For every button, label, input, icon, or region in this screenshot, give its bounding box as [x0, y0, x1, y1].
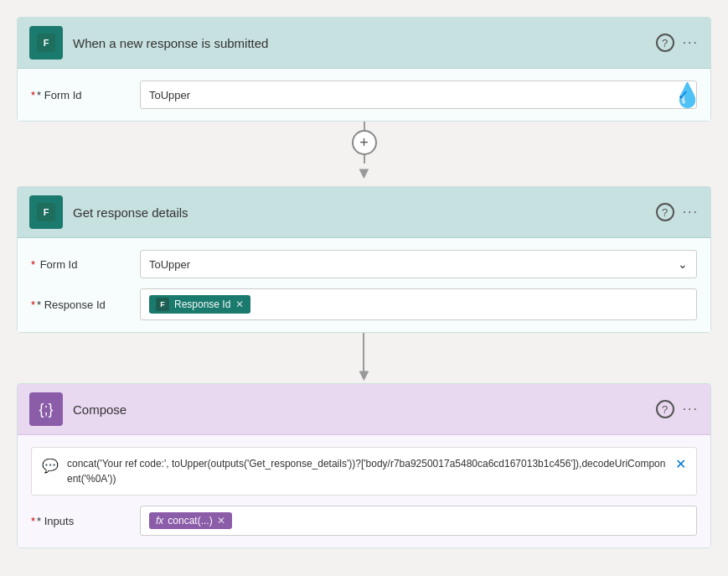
trigger-card-body: ** Form Id ToUpper 💧 ✓ [18, 69, 710, 121]
compose-inputs-field: fx concat(...) ✕ [140, 506, 697, 536]
compose-card-actions: ? ··· [656, 400, 699, 418]
action-card: F Get response details ? ··· * Form Id T… [17, 186, 711, 333]
action-response-id-label: ** Response Id [31, 298, 140, 311]
trigger-icon-inner: F [37, 34, 55, 52]
expression-close-btn[interactable]: ✕ [675, 456, 686, 472]
trigger-card-icon: F [29, 26, 63, 60]
trigger-more-btn[interactable]: ··· [683, 35, 699, 50]
trigger-form-id-box[interactable]: ToUpper [140, 80, 697, 109]
action-card-body: * Form Id ToUpper ⌄ ** Response Id F [18, 238, 710, 332]
connector-plus-1: + [364, 122, 365, 163]
action-help-btn[interactable]: ? [656, 203, 674, 221]
action-form-id-input: ToUpper ⌄ [140, 250, 697, 278]
func-tag: fx concat(...) ✕ [149, 512, 232, 529]
action-form-id-label: * Form Id [31, 258, 140, 271]
action-more-btn[interactable]: ··· [683, 205, 699, 220]
add-step-btn[interactable]: + [352, 130, 377, 155]
trigger-card-actions: ? ··· [656, 34, 699, 52]
action-card-header: F Get response details ? ··· [18, 187, 710, 238]
action-response-id-box[interactable]: F Response Id ✕ [140, 288, 697, 320]
trigger-form-id-label: ** Form Id [31, 89, 140, 101]
checkmark-icon: ✓ [678, 87, 689, 103]
compose-inputs-box[interactable]: fx concat(...) ✕ [140, 506, 697, 536]
arrow-connector-2: ▼ [356, 333, 373, 383]
func-fx-icon: fx [156, 515, 163, 527]
action-icon-inner: F [37, 203, 55, 221]
compose-card-body: 💬 concat('Your ref code:', toUpper(outpu… [18, 435, 710, 547]
trigger-form-id-input: ToUpper 💧 ✓ [140, 80, 697, 109]
func-tag-close[interactable]: ✕ [217, 515, 225, 527]
trigger-help-btn[interactable]: ? [656, 34, 674, 52]
arrow-1: ▼ [356, 163, 373, 183]
action-response-id-row: ** Response Id F Response Id ✕ [31, 288, 697, 320]
trigger-form-id-row: ** Form Id ToUpper 💧 ✓ [31, 80, 697, 109]
action-card-title: Get response details [73, 205, 646, 220]
arrow-down-icon: ▼ [356, 163, 373, 183]
expression-text: concat('Your ref code:', toUpper(outputs… [67, 456, 667, 486]
compose-more-btn[interactable]: ··· [683, 402, 699, 417]
compose-card-icon: {;} [29, 392, 63, 426]
compose-inputs-label: ** Inputs [31, 515, 140, 527]
trigger-card: F When a new response is submitted ? ···… [17, 17, 711, 122]
dropdown-chevron-icon: ⌄ [678, 257, 688, 271]
arrow-down-2-icon: ▼ [356, 366, 373, 383]
compose-inputs-row: ** Inputs fx concat(...) ✕ [31, 506, 697, 536]
response-id-tag-close[interactable]: ✕ [235, 298, 244, 310]
response-id-tag: F Response Id ✕ [149, 295, 250, 314]
compose-card-title: Compose [73, 402, 646, 417]
compose-card: {;} Compose ? ··· 💬 concat('Your ref cod… [17, 383, 711, 548]
response-id-tag-icon: F [156, 298, 169, 311]
expression-box: 💬 concat('Your ref code:', toUpper(outpu… [31, 447, 697, 496]
compose-card-header: {;} Compose ? ··· [18, 384, 710, 435]
action-response-id-input: F Response Id ✕ [140, 288, 697, 320]
expression-chat-icon: 💬 [42, 458, 59, 474]
trigger-card-title: When a new response is submitted [73, 36, 646, 50]
action-form-id-dropdown[interactable]: ToUpper ⌄ [140, 250, 697, 278]
action-form-id-row: * Form Id ToUpper ⌄ [31, 250, 697, 278]
trigger-card-header: F When a new response is submitted ? ··· [18, 18, 710, 69]
action-card-actions: ? ··· [656, 203, 699, 221]
compose-help-btn[interactable]: ? [656, 400, 674, 418]
action-card-icon: F [29, 195, 63, 229]
